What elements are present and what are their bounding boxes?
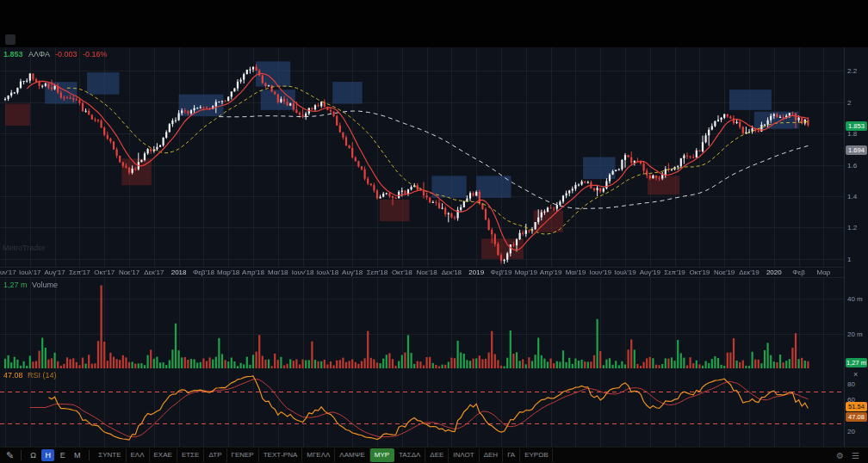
time-axis-month-label: Μαι'19 — [566, 269, 586, 276]
rsi-tick-label: 80 — [847, 380, 855, 388]
timeframe-button-Μ[interactable]: Μ — [71, 449, 84, 461]
time-axis-month-label: Φεβ'18 — [193, 269, 214, 276]
toolbar-divider — [89, 450, 90, 460]
time-axis-month-label: Ιουλ'18 — [317, 269, 338, 276]
symbol-tab[interactable]: ΣΥΝΤΕ — [94, 448, 126, 462]
time-axis-month-label: Ιουν'17 — [0, 269, 16, 276]
volume-value: 1,27 m — [3, 281, 28, 289]
rsi-ma-value-badge: 47.08 — [846, 412, 867, 422]
price-tick-label: 1 — [847, 256, 851, 263]
time-axis-month-label: Μαι'18 — [268, 269, 288, 276]
symbol-tab[interactable]: ΕΛΛ — [127, 448, 150, 462]
time-axis-month-label: Οκτ'17 — [94, 269, 115, 276]
time-axis-month-label: Απρ'19 — [540, 269, 562, 276]
time-axis-month-label: Νοε'17 — [119, 269, 140, 276]
symbol-tab[interactable]: ΕΧΑΕ — [150, 448, 177, 462]
symbol-tab[interactable]: ΔΕΕ — [425, 448, 449, 462]
time-axis-month-label: Μαρ'18 — [217, 269, 239, 276]
volume-tick-label: 40 m — [847, 295, 863, 303]
symbol-tab[interactable]: ΕΤΣΕ — [177, 448, 205, 462]
symbol-legend[interactable]: 1.853 ΑΛΦΑ -0.003 -0.16% — [3, 50, 108, 59]
last-price-badge: 1.853 — [846, 121, 867, 131]
trading-app-window: 1.853 ΑΛΦΑ -0.003 -0.16% MetroTrader Ιου… — [0, 0, 868, 463]
rsi-value-badge: 51.54 — [846, 402, 867, 411]
time-axis-month-label: Φεβ — [792, 269, 805, 276]
last-price-value: 1.853 — [3, 50, 23, 59]
time-axis-month-label: Δεκ'19 — [739, 269, 759, 276]
symbol-tab[interactable]: ΜΓΕΛΛ — [302, 448, 335, 462]
time-axis-month-label: Ιουν'18 — [292, 269, 313, 276]
symbol-tab[interactable]: ΛΑΜΨΕ — [335, 448, 369, 462]
time-axis-month-label: Οκτ'18 — [392, 269, 412, 276]
time-axis-month-label: Δεκ'17 — [144, 269, 164, 276]
volume-pane-canvas[interactable] — [0, 278, 844, 368]
time-axis-month-label: Σεπ'19 — [664, 269, 685, 276]
platform-watermark: MetroTrader — [3, 244, 45, 252]
price-tick-label: 2.2 — [847, 67, 857, 75]
volume-value-badge: 1,27 m — [846, 358, 867, 367]
time-axis-month-label: Οκτ'19 — [689, 269, 710, 276]
time-axis-year-label: 2019 — [468, 269, 484, 276]
time-axis-year-label: 2018 — [171, 269, 187, 276]
bottom-toolbar: ✎ ΩΗΕΜ ΣΥΝΤΕΕΛΛΕΧΑΕΕΤΣΕΔΤΡΓΕΝΕΡΤΕΧΤ-ΡΝΑΜ… — [0, 447, 868, 463]
price-chart-canvas[interactable] — [0, 47, 844, 267]
time-axis-month-label: Ιουλ'19 — [614, 269, 636, 276]
symbol-tab[interactable]: ΤΕΧΤ-ΡΝΑ — [259, 448, 303, 462]
chart-area: 1.853 ΑΛΦΑ -0.003 -0.16% MetroTrader Ιου… — [0, 47, 868, 447]
time-axis-month-label: Απρ'18 — [242, 269, 264, 276]
time-axis-month-label: Ιουλ'17 — [19, 269, 40, 276]
time-axis-month-label: Μαρ'19 — [515, 269, 537, 276]
app-icon[interactable] — [5, 34, 16, 45]
window-top-bar — [0, 0, 868, 47]
price-tick-label: 2 — [847, 99, 851, 107]
time-axis-month-label: Νοε'19 — [714, 269, 735, 276]
rsi-pane-close-icon[interactable]: × — [853, 370, 858, 379]
symbol-tab[interactable]: ΜΥΡ — [370, 448, 394, 462]
toolbar-divider — [21, 450, 22, 460]
symbol-tab[interactable]: ΔΤΡ — [204, 448, 226, 462]
symbol-tab[interactable]: ΙΝΛΟΤ — [449, 448, 479, 462]
time-axis[interactable]: Ιουν'17Ιουλ'17Αυγ'17Σεπ'17Οκτ'17Νοε'17Δε… — [0, 267, 844, 278]
symbol-tab[interactable]: ΤΑΣΔΛ — [394, 448, 425, 462]
price-tick-label: 1.4 — [847, 193, 857, 201]
time-axis-month-label: Νοε'18 — [416, 269, 437, 276]
time-axis-month-label: Δεκ'18 — [442, 269, 462, 276]
symbol-tab[interactable]: ΓΑ — [503, 448, 520, 462]
volume-legend[interactable]: 1,27 m Volume — [3, 281, 58, 289]
timeframe-button-Ε[interactable]: Ε — [56, 449, 69, 461]
timeframe-button-Ω[interactable]: Ω — [27, 449, 40, 461]
rsi-tick-label: 20 — [847, 428, 855, 435]
time-axis-month-label: Αυγ'19 — [640, 269, 660, 276]
symbol-name: ΑΛΦΑ — [28, 50, 49, 59]
rsi-value: 47.08 — [3, 371, 23, 380]
time-axis-month-label: Ιουν'19 — [589, 269, 611, 276]
time-axis-month-label: Φεβ'19 — [491, 269, 512, 276]
price-tick-label: 1.2 — [847, 224, 857, 232]
symbol-tabs: ΣΥΝΤΕΕΛΛΕΧΑΕΕΤΣΕΔΤΡΓΕΝΕΡΤΕΧΤ-ΡΝΑΜΓΕΛΛΛΑΜ… — [94, 448, 553, 462]
price-change: -0.003 — [55, 50, 78, 59]
rsi-pane-canvas[interactable] — [0, 368, 844, 447]
time-axis-month-label: Μαρ — [816, 269, 830, 276]
time-axis-month-label: Σεπ'17 — [69, 269, 90, 276]
volume-tick-label: 20 m — [847, 330, 863, 338]
time-axis-month-label: Αυγ'17 — [45, 269, 65, 276]
time-axis-month-label: Σεπ'18 — [367, 269, 388, 276]
price-tick-label: 1.8 — [847, 130, 857, 138]
price-axis-column[interactable]: 2.221.81.61.41.211.8531.69440 m20 m1,27 … — [844, 47, 868, 447]
time-axis-year-label: 2020 — [766, 269, 782, 276]
rsi-label: RSI (14) — [28, 371, 57, 380]
symbol-tab[interactable]: ΓΕΝΕΡ — [227, 448, 259, 462]
price-change-pct: -0.16% — [83, 50, 108, 59]
time-axis-month-label: Αυγ'18 — [342, 269, 363, 276]
timeframe-button-Η[interactable]: Η — [41, 449, 54, 461]
draw-pencil-icon[interactable]: ✎ — [3, 448, 16, 462]
ma-value-badge: 1.694 — [846, 145, 867, 155]
rsi-legend[interactable]: 47.08 RSI (14) — [3, 371, 57, 380]
symbol-tab[interactable]: ΔΕΗ — [480, 448, 503, 462]
symbol-tab[interactable]: ΕΥΡΩΒ — [520, 448, 553, 462]
menu-list-icon[interactable]: ☰ — [852, 451, 859, 460]
toolbar-right-icons: ⚙☰ — [836, 451, 865, 460]
settings-gear-icon[interactable]: ⚙ — [836, 451, 844, 460]
timeframe-group: ΩΗΕΜ — [26, 449, 84, 461]
volume-label: Volume — [32, 281, 58, 289]
